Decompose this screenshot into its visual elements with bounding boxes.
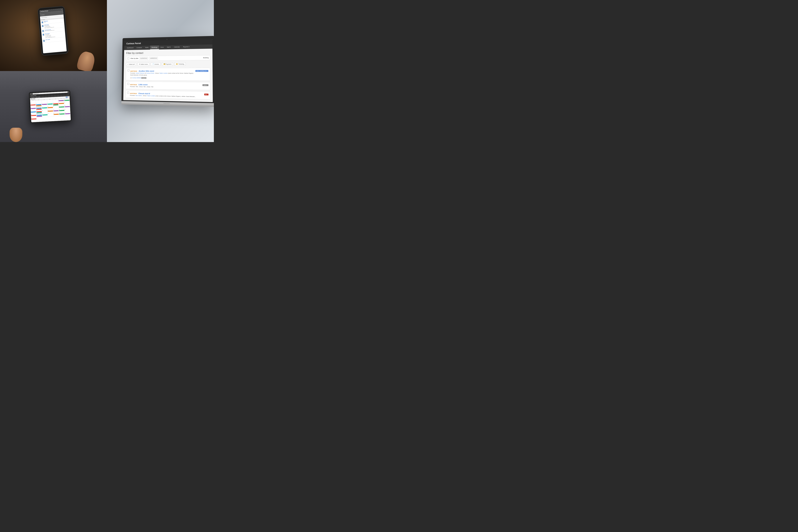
cal-event-5a[interactable]: Event <box>42 104 47 105</box>
tablet-refresh-icon[interactable]: ↻ <box>68 92 69 92</box>
cal-event-31a[interactable]: End <box>31 118 37 120</box>
cal-event-8a[interactable]: Tour <box>59 103 64 104</box>
cal-cell-13[interactable]: 13 Gig <box>48 106 53 110</box>
cal-cell-29[interactable]: 29 Show <box>59 112 65 116</box>
tablet-menu-icon[interactable]: ☰ <box>68 93 69 94</box>
cal-cell-8[interactable]: 8 Tour <box>59 102 64 106</box>
cal-event-12a[interactable]: Venue <box>42 107 47 109</box>
cal-event-21a[interactable]: Fest <box>54 110 59 111</box>
nav-bookings[interactable]: Bookings <box>150 45 159 50</box>
cal-event-28a[interactable]: Event <box>54 114 59 115</box>
cal-cell-7[interactable]: 7 Gig Book <box>53 102 59 106</box>
cal-cell-empty-2[interactable] <box>36 100 41 103</box>
booking-3-venue-link[interactable]: Fabric London <box>147 95 155 97</box>
calendar-month-view-btn[interactable]: Month <box>66 97 68 98</box>
tablet-nav-calendar[interactable]: Ferret Calendar <box>35 96 41 98</box>
filter-date-from[interactable]: 01/05/2015 <box>139 57 148 59</box>
cal-event-10a[interactable]: Fest <box>31 108 36 109</box>
booking-1-promoter-link[interactable]: Sarah Peterson <box>136 73 145 74</box>
cal-cell-10[interactable]: 10 Fest <box>31 107 36 111</box>
cal-cell-19[interactable]: 19 <box>42 110 48 114</box>
cal-event-13a[interactable]: Gig <box>48 107 53 108</box>
booking-1-checkbox[interactable] <box>128 70 129 71</box>
cal-cell-11[interactable]: 11 Club Meet <box>36 107 42 111</box>
cal-event-2a[interactable]: Booking <box>64 100 70 101</box>
booking-2-title[interactable]: Little event <box>138 84 148 86</box>
cal-cell-empty-3[interactable] <box>41 100 47 103</box>
invoice-button[interactable]: 📄 Invoice <box>151 62 160 66</box>
nav-contacts[interactable]: Contacts <box>135 46 144 50</box>
booking-1-venue-link[interactable]: Fabric London <box>159 73 168 74</box>
cal-event-25b[interactable]: Gig <box>37 116 42 117</box>
phone-tab-all-contacts[interactable]: All contacts <box>41 19 45 20</box>
cal-cell-26[interactable]: 26 Tour <box>42 113 48 117</box>
booking-3-title[interactable]: Cheval club IV <box>138 92 150 95</box>
cal-event-1a[interactable]: Event <box>59 100 64 101</box>
cal-cell-31[interactable]: 31 End <box>31 117 37 121</box>
cal-cell-9[interactable]: 9 <box>64 102 70 106</box>
cal-cell-empty-4[interactable] <box>47 100 53 103</box>
nav-reports[interactable]: Reports ▾ <box>182 45 191 49</box>
cal-event-6a[interactable]: Meet <box>48 103 53 105</box>
cal-cell-23[interactable]: 23 <box>64 109 70 113</box>
cal-cell-4[interactable]: 4 Task Call <box>36 103 42 107</box>
cal-cell-15[interactable]: 15 Show <box>59 105 65 109</box>
cal-cell-6[interactable]: 6 Meet <box>47 102 53 106</box>
nav-calendar[interactable]: Calendar <box>172 45 182 49</box>
booking-1-title[interactable]: Another little event <box>139 70 154 72</box>
cal-cell-22[interactable]: 22 Show <box>59 109 65 113</box>
calendar-next-icon[interactable]: ▶ <box>35 98 35 99</box>
cal-cell-12[interactable]: 12 Venue <box>42 106 48 110</box>
cal-cell-empty-1[interactable] <box>30 100 36 104</box>
cal-event-16a[interactable]: Event <box>65 106 70 108</box>
cal-cell-24[interactable]: 24 Club <box>31 114 37 118</box>
cal-event-24a[interactable]: Club <box>31 115 36 116</box>
cal-cell-2[interactable]: 2 Booking <box>64 99 70 102</box>
tablet-nav-dashboard[interactable]: Dashboard <box>31 97 35 98</box>
cal-event-11b[interactable]: Meet <box>36 109 42 110</box>
cal-cell-25[interactable]: 25 Meet Gig <box>37 114 42 117</box>
cal-event-30a[interactable]: Gig <box>65 113 70 114</box>
ticketing-button[interactable]: 🎫 Ticketing <box>174 62 186 66</box>
cal-event-20a[interactable]: Book <box>48 111 53 112</box>
cal-cell-3[interactable]: 3 Show <box>30 103 36 107</box>
cal-event-4b[interactable]: Call <box>36 105 41 107</box>
cal-cell-1[interactable]: 1 Event <box>58 99 64 102</box>
payment-button[interactable]: 💳 Payment <box>162 62 173 66</box>
cal-event-17a[interactable]: Tour <box>31 111 36 113</box>
booking-1-company-link[interactable]: Curious Ferret <box>146 73 154 74</box>
cal-cell-20[interactable]: 20 Book <box>48 110 54 113</box>
cal-cell-14[interactable]: 14 <box>53 106 59 110</box>
cal-event-15a[interactable]: Show <box>59 107 64 108</box>
cal-event-7b[interactable]: Book <box>53 104 58 106</box>
calendar-list-view-btn[interactable]: ≡ <box>68 97 69 97</box>
cal-event-29a[interactable]: Show <box>59 113 65 115</box>
cal-cell-28[interactable]: 28 Event <box>54 113 59 116</box>
tablet-forward-icon[interactable]: ▶ <box>32 94 32 94</box>
cal-cell-30[interactable]: 30 Gig <box>65 112 71 116</box>
tablet-back-icon[interactable]: ◀ <box>31 94 31 94</box>
booking-3-promoter-link[interactable]: Dan James <box>135 95 142 96</box>
nav-dashboard[interactable]: Dashboard <box>125 46 135 50</box>
nav-mail[interactable]: Mail ▾ <box>165 45 172 50</box>
cal-cell-5[interactable]: 5 Event <box>42 103 48 107</box>
select-all-button[interactable]: ✓ Select all <box>126 62 136 66</box>
cal-cell-27[interactable]: 27 <box>48 113 54 117</box>
nav-docs[interactable]: Docs <box>159 45 165 50</box>
nav-tasks[interactable]: Tasks <box>144 46 150 50</box>
booking-1-contract[interactable]: 📋 Contract 889988 unsigned <box>130 77 146 78</box>
cal-event-3a[interactable]: Show <box>31 104 36 106</box>
cal-event-22a[interactable]: Show <box>59 110 64 111</box>
cal-cell-18[interactable]: 18 Gig Call <box>36 110 42 114</box>
filter-date-checkbox[interactable] <box>127 57 129 59</box>
cal-cell-21[interactable]: 21 Fest <box>53 109 59 113</box>
cal-cell-17[interactable]: 17 Tour <box>31 111 37 114</box>
select-none-button[interactable]: ✕ Select none <box>137 62 149 66</box>
cal-cell-16[interactable]: 16 Event <box>64 105 70 109</box>
cal-cell-empty-5[interactable] <box>53 99 58 102</box>
booking-3-checkbox[interactable] <box>127 92 129 94</box>
booking-1-contract-link[interactable]: Contract 889988 <box>132 77 141 78</box>
booking-2-checkbox[interactable] <box>127 83 129 85</box>
filter-date-to[interactable]: 19/08/2015 <box>149 57 158 59</box>
cal-event-26a[interactable]: Tour <box>42 114 48 116</box>
